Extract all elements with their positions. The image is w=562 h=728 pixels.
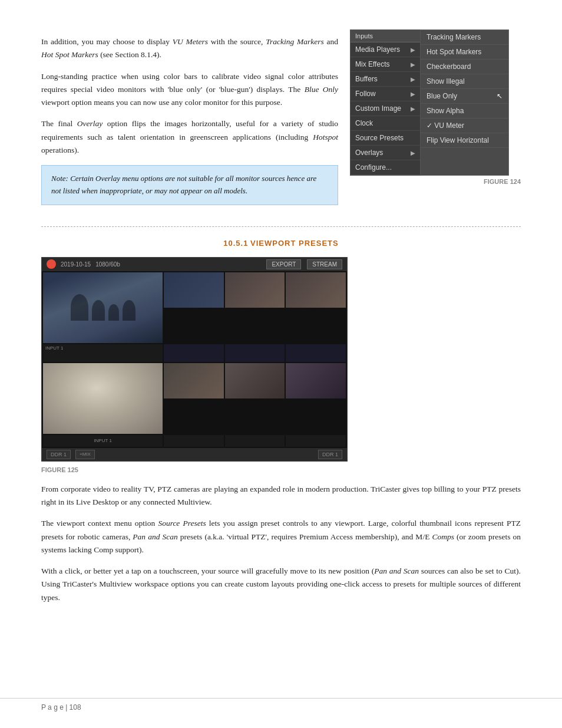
silhouette: [92, 300, 105, 321]
ddr-label-bottom: DDR 1: [47, 450, 71, 459]
menu-left: Inputs Media Players ▶ Mix Effects ▶ Buf…: [350, 29, 421, 176]
export-button[interactable]: EXPORT: [266, 259, 301, 269]
menu-right-tracking-markers[interactable]: Tracking Markers: [421, 30, 508, 45]
page-container: In addition, you may choose to display V…: [0, 0, 562, 636]
arrow-icon: ▶: [411, 91, 415, 97]
note-text: Note: Certain Overlay menu options are n…: [51, 174, 316, 195]
section-title: 10.5.1 VIEWPORT PRESETS: [41, 239, 521, 248]
cell-empty2: [225, 435, 285, 447]
text-column: In addition, you may choose to display V…: [41, 35, 338, 215]
cell-small-4: [164, 344, 224, 362]
cell-ddr1-label: INPUT 1: [43, 435, 163, 447]
figure-124-label: FIGURE 124: [350, 178, 521, 185]
body-paragraph-1: From corporate video to reality TV, PTZ …: [41, 483, 521, 509]
menu-panel-wrapper: Inputs Media Players ▶ Mix Effects ▶ Buf…: [350, 29, 521, 185]
menu-right-blue-only[interactable]: Blue Only ↖: [421, 89, 508, 104]
page-footer: P a g e | 108: [0, 698, 562, 716]
menu-right-checkerboard[interactable]: Checkerboard: [421, 60, 508, 74]
cell-small-5: [225, 344, 285, 362]
cursor-icon: ↖: [497, 92, 503, 100]
cell-small-1: [164, 272, 224, 308]
cell-input-label: INPUT 1: [43, 344, 163, 362]
main-content: In addition, you may choose to display V…: [41, 35, 521, 215]
paragraph-1: In addition, you may choose to display V…: [41, 35, 338, 62]
menu-item-buffers[interactable]: Buffers ▶: [351, 72, 420, 87]
bottombar-left: DDR 1 +MIX: [47, 450, 95, 459]
cell-small-7: [164, 363, 224, 398]
cell-empty: [164, 435, 224, 447]
menu-header: Inputs: [351, 30, 420, 42]
ddr-label-1: INPUT 1: [94, 438, 112, 443]
menu-right-flip-view[interactable]: Flip View Horizontal: [421, 133, 508, 148]
body-paragraph-2: The viewport context menu option Source …: [41, 517, 521, 556]
arrow-icon: ▶: [411, 76, 415, 83]
cell-small-2: [225, 272, 285, 308]
input-label-1: INPUT 1: [43, 344, 163, 352]
menu-item-mix-effects[interactable]: Mix Effects ▶: [351, 57, 420, 72]
body-section: From corporate video to reality TV, PTZ …: [41, 483, 521, 604]
silhouette: [108, 304, 119, 321]
stream-button[interactable]: STREAM: [307, 259, 342, 269]
cell-large-meeting: [43, 272, 163, 343]
arrow-icon: ▶: [411, 106, 415, 112]
arrow-icon: ▶: [411, 150, 415, 156]
menu-right-hot-spot-markers[interactable]: Hot Spot Markers: [421, 45, 508, 60]
menu-item-media-players[interactable]: Media Players ▶: [351, 42, 420, 57]
silhouette: [123, 300, 135, 321]
cell-small-9: [286, 363, 346, 398]
menu-right: Tracking Markers Hot Spot Markers Checke…: [421, 29, 509, 176]
menu-item-overlays[interactable]: Overlays ▶: [351, 146, 420, 160]
cell-small-6: [286, 344, 346, 362]
viewport-row-2: [43, 363, 346, 434]
figure-125-label: FIGURE 125: [41, 466, 521, 473]
viewport-topbar: 2019-10-15 1080/60b EXPORT STREAM: [42, 258, 347, 271]
extra-label: +MIX: [75, 450, 95, 459]
viewport-date: 2019-10-15: [61, 261, 91, 268]
paragraph-2: Long-standing practice when using color …: [41, 70, 338, 110]
menu-item-configure[interactable]: Configure...: [351, 160, 420, 175]
arrow-icon: ▶: [411, 61, 415, 68]
menu-item-custom-image[interactable]: Custom Image ▶: [351, 101, 420, 116]
cell-small-3: [286, 272, 346, 308]
viewport-row-2b: INPUT 1: [43, 435, 346, 447]
section-title-text: VIEWPORT PRESETS: [250, 239, 339, 248]
silhouette: [71, 294, 88, 321]
viewport-resolution: 1080/60b: [95, 261, 120, 268]
body-paragraph-3: With a click, or better yet a tap on a t…: [41, 565, 521, 604]
viewport-bottombar: DDR 1 +MIX DDR 1: [42, 448, 347, 461]
viewport-row-1: [43, 272, 346, 343]
arrow-icon: ▶: [411, 47, 415, 53]
menu-item-source-presets[interactable]: Source Presets: [351, 131, 420, 146]
ddr-label-right: DDR 1: [318, 450, 342, 459]
viewport-row-1b: INPUT 1: [43, 344, 346, 362]
menu-right-show-alpha[interactable]: Show Alpha: [421, 104, 508, 118]
cell-empty3: [286, 435, 346, 447]
section-divider: [41, 226, 521, 227]
menu-item-follow[interactable]: Follow ▶: [351, 87, 420, 101]
cell-small-8: [225, 363, 285, 398]
viewport-grid: INPUT 1: [42, 271, 347, 448]
page-number: P a g e | 108: [41, 703, 81, 711]
tricaster-logo: [47, 259, 56, 269]
paragraph-3: The final Overlay option flips the image…: [41, 117, 338, 157]
menu-right-show-illegal[interactable]: Show Illegal: [421, 74, 508, 89]
menu-right-vu-meter[interactable]: VU Meter: [421, 118, 508, 133]
note-box: Note: Certain Overlay menu options are n…: [41, 165, 338, 205]
viewport-topbar-right: EXPORT STREAM: [266, 259, 342, 269]
viewport-screenshot: 2019-10-15 1080/60b EXPORT STREAM: [41, 257, 348, 462]
viewport-topbar-left: 2019-10-15 1080/60b: [47, 259, 120, 269]
cell-gw: [43, 363, 163, 434]
menu-item-clock[interactable]: Clock: [351, 116, 420, 131]
section-number: 10.5.1: [223, 239, 248, 248]
menu-container: Inputs Media Players ▶ Mix Effects ▶ Buf…: [350, 29, 521, 176]
